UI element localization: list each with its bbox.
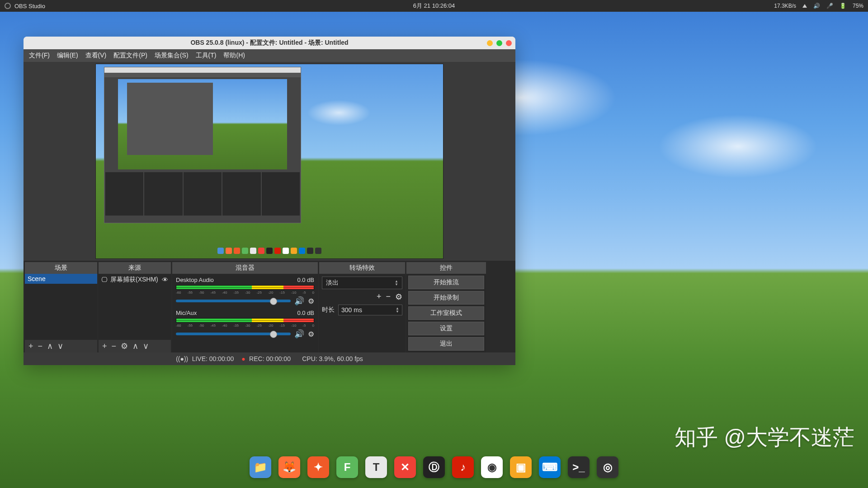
mixer-track: Desktop Audio0.0 dB -60-55-50-45-40-35-3… xyxy=(172,274,318,307)
transition-select[interactable]: 淡出 ▲▼ xyxy=(322,277,402,289)
network-icon[interactable] xyxy=(802,4,807,8)
duration-input[interactable]: 300 ms ▲▼ xyxy=(338,305,402,315)
mixer-header: 混音器 xyxy=(172,262,318,274)
transitions-header: 转场特效 xyxy=(319,262,405,274)
source-down-button[interactable]: ∨ xyxy=(143,341,149,351)
scenes-panel: 场景 Scene + − ∧ ∨ xyxy=(25,262,97,352)
menu-view[interactable]: 查看(V) xyxy=(85,52,107,60)
track-settings-icon[interactable]: ⚙ xyxy=(308,330,314,338)
volume-slider[interactable] xyxy=(176,333,291,335)
transitions-panel: 转场特效 淡出 ▲▼ + − ⚙ 时长 300 ms ▲▼ xyxy=(319,262,405,352)
source-label: 屏幕捕获(XSHM) xyxy=(110,276,158,284)
audio-meter xyxy=(176,318,314,323)
clock[interactable]: 6月 21 10:26:04 xyxy=(413,2,455,10)
menu-file[interactable]: 文件(F) xyxy=(29,52,50,60)
speaker-icon[interactable]: 🔊 xyxy=(294,296,304,306)
system-topbar: OBS Studio 6月 21 10:26:04 17.3KB/s 🔊 🎤 🔋… xyxy=(0,0,868,12)
record-indicator-icon: ● xyxy=(241,355,245,362)
settings-button[interactable]: 设置 xyxy=(408,322,484,335)
start-streaming-button[interactable]: 开始推流 xyxy=(408,276,484,289)
dock-item-vm[interactable]: ▣ xyxy=(510,456,532,478)
dock: 📁🦊✦FT✕Ⓓ♪◉▣⌨>_◎ xyxy=(243,453,625,482)
window-title: OBS 25.0.8 (linux) - 配置文件: Untitled - 场景… xyxy=(24,39,515,47)
dock-item-obs[interactable]: ◎ xyxy=(597,456,618,478)
source-item[interactable]: 🖵 屏幕捕获(XSHM) 👁 xyxy=(99,274,171,286)
preview-dock xyxy=(217,248,321,254)
sources-header: 来源 xyxy=(99,262,171,274)
active-app-name[interactable]: OBS Studio xyxy=(14,3,45,9)
watermark-text: 知乎 @大学不迷茫 xyxy=(675,423,854,452)
dock-item-vscode[interactable]: ⌨ xyxy=(539,456,561,478)
duration-label: 时长 xyxy=(322,306,335,314)
battery-percent: 75% xyxy=(853,3,863,9)
menu-scene-collection[interactable]: 场景集合(S) xyxy=(155,52,189,60)
audio-meter xyxy=(176,285,314,290)
cpu-status: CPU: 3.9%, 60.00 fps xyxy=(302,355,363,362)
track-level: 0.0 dB xyxy=(297,310,314,316)
track-settings-icon[interactable]: ⚙ xyxy=(308,297,314,305)
mic-icon[interactable]: 🎤 xyxy=(826,3,833,9)
exit-button[interactable]: 退出 xyxy=(408,337,484,351)
dock-item-chrome[interactable]: ◉ xyxy=(481,456,503,478)
recursive-preview xyxy=(104,67,301,223)
source-add-button[interactable]: + xyxy=(102,342,107,351)
preview-area[interactable] xyxy=(24,62,515,261)
volume-icon[interactable]: 🔊 xyxy=(813,3,820,9)
menubar: 文件(F) 编辑(E) 查看(V) 配置文件(P) 场景集合(S) 工具(T) … xyxy=(24,49,515,62)
duration-value: 300 ms xyxy=(341,306,362,314)
rec-time: REC: 00:00:00 xyxy=(249,355,291,362)
start-recording-button[interactable]: 开始录制 xyxy=(408,291,484,305)
sources-panel: 来源 🖵 屏幕捕获(XSHM) 👁 + − ⚙ ∧ ∨ xyxy=(99,262,171,352)
menu-help[interactable]: 帮助(H) xyxy=(223,52,245,60)
visibility-toggle-icon[interactable]: 👁 xyxy=(162,276,168,283)
dock-item-netease[interactable]: ♪ xyxy=(452,456,474,478)
scene-up-button[interactable]: ∧ xyxy=(47,341,53,351)
dock-item-firefox[interactable]: 🦊 xyxy=(278,456,300,478)
track-name: Mic/Aux xyxy=(176,310,197,316)
window-titlebar[interactable]: OBS 25.0.8 (linux) - 配置文件: Untitled - 场景… xyxy=(24,37,515,49)
duration-spinner-icon[interactable]: ▲▼ xyxy=(396,307,399,313)
controls-panel: 控件 开始推流 开始录制 工作室模式 设置 退出 xyxy=(406,262,486,352)
monitor-icon: 🖵 xyxy=(101,276,108,283)
dropdown-spinner-icon[interactable]: ▲▼ xyxy=(395,280,398,286)
menu-tools[interactable]: 工具(T) xyxy=(196,52,217,60)
controls-header: 控件 xyxy=(406,262,486,274)
preview-canvas[interactable] xyxy=(95,64,443,259)
menu-edit[interactable]: 编辑(E) xyxy=(57,52,78,60)
status-bar: ((●)) LIVE: 00:00:00 ● REC: 00:00:00 CPU… xyxy=(24,352,515,365)
dock-item-app-orange[interactable]: ✦ xyxy=(307,456,329,478)
transition-add-button[interactable]: + xyxy=(377,292,382,302)
source-up-button[interactable]: ∧ xyxy=(132,341,138,351)
mixer-track: Mic/Aux0.0 dB -60-55-50-45-40-35-30-25-2… xyxy=(172,307,318,340)
studio-mode-button[interactable]: 工作室模式 xyxy=(408,306,484,320)
dock-item-files[interactable]: 📁 xyxy=(250,456,271,478)
scene-add-button[interactable]: + xyxy=(28,342,33,351)
scene-down-button[interactable]: ∨ xyxy=(57,341,63,351)
live-time: LIVE: 00:00:00 xyxy=(192,355,234,362)
mixer-panel: 混音器 Desktop Audio0.0 dB -60-55-50-45-40-… xyxy=(172,262,318,352)
obs-window: OBS 25.0.8 (linux) - 配置文件: Untitled - 场景… xyxy=(24,37,515,365)
dock-item-text[interactable]: T xyxy=(365,456,387,478)
minimize-button[interactable] xyxy=(487,40,493,46)
transition-settings-button[interactable]: ⚙ xyxy=(395,292,402,302)
track-level: 0.0 dB xyxy=(297,277,314,283)
speaker-icon[interactable]: 🔊 xyxy=(294,329,304,339)
app-menu-icon[interactable] xyxy=(5,3,11,9)
dock-item-app-green[interactable]: F xyxy=(336,456,358,478)
scene-item[interactable]: Scene xyxy=(25,274,97,284)
dock-item-xmind[interactable]: ✕ xyxy=(394,456,416,478)
dock-item-terminal[interactable]: >_ xyxy=(568,456,590,478)
battery-icon[interactable]: 🔋 xyxy=(840,3,846,9)
maximize-button[interactable] xyxy=(496,40,502,46)
source-settings-button[interactable]: ⚙ xyxy=(121,341,128,351)
scenes-header: 场景 xyxy=(25,262,97,274)
scene-remove-button[interactable]: − xyxy=(38,342,43,351)
volume-slider[interactable] xyxy=(176,300,291,302)
close-button[interactable] xyxy=(506,40,512,46)
stream-indicator-icon: ((●)) xyxy=(176,355,188,362)
dock-item-dev[interactable]: Ⓓ xyxy=(423,456,445,478)
source-remove-button[interactable]: − xyxy=(112,342,117,351)
transition-remove-button[interactable]: − xyxy=(386,292,391,302)
track-name: Desktop Audio xyxy=(176,277,214,283)
menu-profile[interactable]: 配置文件(P) xyxy=(113,52,147,60)
